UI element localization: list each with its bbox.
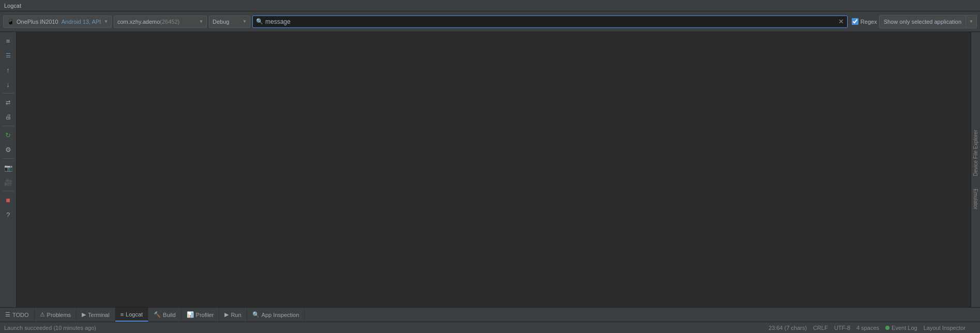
tab-problems[interactable]: ⚠ Problems	[35, 308, 77, 322]
tab-build[interactable]: 🔨 Build	[148, 308, 181, 322]
device-file-explorer-tab[interactable]: Device File Explorer	[972, 126, 979, 180]
tab-build-label: Build	[163, 312, 175, 318]
stop-icon[interactable]: ■	[2, 193, 15, 207]
device-dropdown-arrow: ▼	[104, 19, 108, 24]
clear-search-button[interactable]: ✕	[838, 18, 844, 25]
regex-container: Regex	[852, 18, 877, 25]
layout-inspector-status[interactable]: Layout Inspector	[924, 325, 966, 331]
level-dropdown-arrow: ▼	[243, 19, 247, 24]
launch-message: Launch succeeded (10 minutes ago)	[4, 325, 762, 331]
main-area: ≡ ☰ ↑ ↓ ⇄ 🖨 ↻ ⚙ 📷 🎥	[0, 32, 980, 307]
device-api-label: Android 13, API	[62, 19, 101, 25]
emulator-tab[interactable]: Emulator	[972, 185, 979, 214]
screenshot-icon[interactable]: 📷	[2, 161, 15, 174]
sync-icon[interactable]: ↻	[2, 128, 15, 142]
left-sidebar: ≡ ☰ ↑ ↓ ⇄ 🖨 ↻ ⚙ 📷 🎥	[0, 32, 17, 307]
show-only-text: Show only selected application	[880, 16, 966, 28]
sidebar-divider-2	[3, 126, 13, 126]
app-title: Logcat	[4, 3, 21, 9]
event-log-status[interactable]: Event Log	[885, 325, 917, 331]
cursor-position: 23:64 (7 chars)	[768, 325, 807, 331]
regex-label: Regex	[861, 19, 877, 25]
line-ending: CRLF	[813, 325, 828, 331]
todo-icon: ☰	[5, 311, 10, 318]
build-icon: 🔨	[154, 311, 161, 318]
run-icon: ▶	[224, 311, 229, 318]
toolbar: 📱 OnePlus IN2010 Android 13, API ▼ com.x…	[0, 11, 980, 32]
search-input[interactable]	[265, 18, 836, 25]
terminal-icon: ▶	[82, 311, 86, 318]
tab-todo[interactable]: ☰ TODO	[0, 308, 35, 322]
log-content[interactable]	[17, 32, 971, 307]
title-bar: Logcat	[0, 0, 980, 11]
help-icon[interactable]: ?	[2, 208, 15, 221]
wrap-text-icon[interactable]: ⇄	[2, 96, 15, 109]
indent-size: 4 spaces	[856, 325, 879, 331]
tab-profiler[interactable]: 📊 Profiler	[182, 308, 220, 322]
status-bar: Launch succeeded (10 minutes ago) 23:64 …	[0, 322, 980, 333]
tab-logcat[interactable]: ≡ Logcat	[115, 308, 148, 322]
sidebar-divider-3	[3, 158, 13, 159]
device-label: OnePlus IN2010	[17, 19, 58, 25]
bottom-tabs: ☰ TODO ⚠ Problems ▶ Terminal ≡ Logcat 🔨 …	[0, 307, 980, 322]
up-icon[interactable]: ↑	[2, 63, 15, 77]
right-panel: Device File Explorer Emulator	[971, 32, 980, 307]
sidebar-divider-1	[3, 93, 13, 94]
encoding: UTF-8	[834, 325, 850, 331]
tab-terminal-label: Terminal	[88, 312, 110, 318]
tab-run[interactable]: ▶ Run	[219, 308, 247, 322]
tab-profiler-label: Profiler	[196, 312, 214, 318]
video-icon[interactable]: 🎥	[2, 175, 15, 189]
tab-todo-label: TODO	[12, 312, 29, 318]
event-log-dot	[885, 326, 889, 330]
package-label: com.xzhy.ademo(26452)	[117, 19, 179, 25]
level-dropdown[interactable]: Debug ▼	[209, 16, 250, 28]
tab-terminal[interactable]: ▶ Terminal	[77, 308, 115, 322]
show-only-dropdown-arrow[interactable]: ▼	[966, 16, 976, 28]
profiler-icon: 📊	[187, 311, 194, 318]
print-icon[interactable]: 🖨	[2, 110, 15, 124]
regex-checkbox[interactable]	[852, 18, 858, 25]
status-right: 23:64 (7 chars) CRLF UTF-8 4 spaces Even…	[768, 325, 966, 331]
format-lines-icon[interactable]: ☰	[2, 49, 15, 62]
search-icon: 🔍	[256, 18, 263, 25]
event-log-label: Event Log	[892, 325, 917, 331]
layout-inspector-label: Layout Inspector	[924, 325, 966, 331]
tab-logcat-label: Logcat	[126, 311, 143, 317]
tab-run-label: Run	[231, 312, 241, 318]
package-dropdown-arrow: ▼	[199, 19, 203, 24]
logcat-icon: ≡	[120, 311, 124, 317]
tab-app-inspection[interactable]: 🔍 App Inspection	[247, 308, 305, 322]
device-phone-icon: 📱	[7, 18, 14, 25]
tab-problems-label: Problems	[47, 312, 71, 318]
app-inspection-icon: 🔍	[252, 311, 260, 318]
filter-icon[interactable]: ≡	[2, 34, 15, 48]
package-dropdown[interactable]: com.xzhy.ademo(26452) ▼	[114, 16, 207, 28]
down-icon[interactable]: ↓	[2, 78, 15, 91]
settings-icon[interactable]: ⚙	[2, 143, 15, 156]
device-dropdown[interactable]: 📱 OnePlus IN2010 Android 13, API ▼	[3, 16, 112, 28]
search-bar: 🔍 ✕	[252, 16, 848, 28]
sidebar-divider-4	[3, 191, 13, 191]
show-only-container: Show only selected application ▼	[879, 15, 977, 28]
level-label: Debug	[213, 19, 229, 25]
tab-app-inspection-label: App Inspection	[262, 312, 299, 318]
problems-icon: ⚠	[40, 311, 45, 318]
